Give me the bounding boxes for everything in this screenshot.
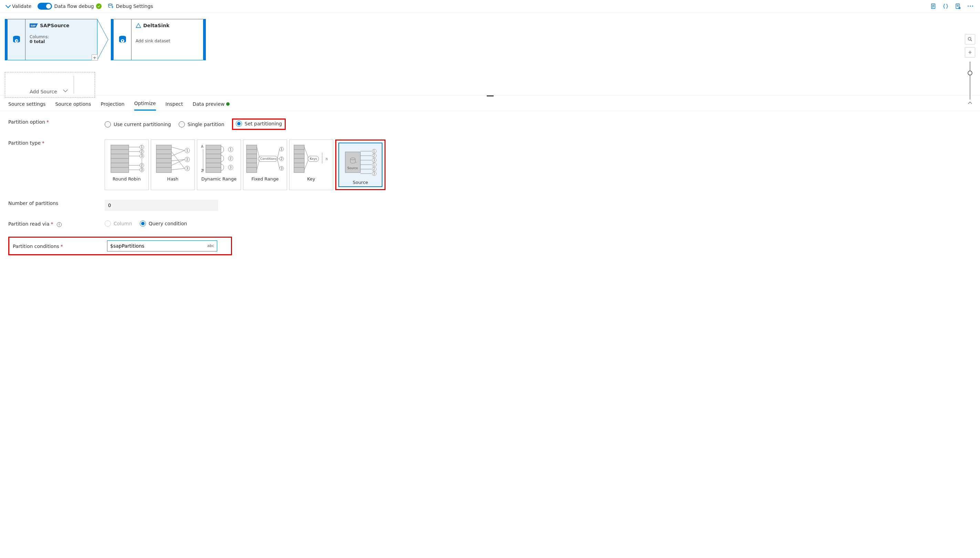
svg-text:3: 3: [373, 159, 375, 162]
svg-text:2: 2: [373, 154, 375, 158]
svg-text:3: 3: [141, 168, 143, 172]
svg-text:1: 1: [186, 149, 188, 152]
collapse-panel-button[interactable]: [967, 100, 973, 106]
svg-text:Keys: Keys: [310, 157, 317, 161]
ptype-dynamic-range[interactable]: AZ 123 Dynamic Range: [197, 140, 241, 190]
ptype-fixed-range[interactable]: Conditions 123 Fixed Range: [243, 140, 287, 190]
svg-point-0: [108, 4, 112, 5]
tab-source-settings[interactable]: Source settings: [8, 101, 46, 110]
script-icon[interactable]: [930, 3, 936, 9]
add-source-placeholder[interactable]: Add Source: [5, 72, 95, 97]
radio-single[interactable]: Single partition: [178, 121, 224, 128]
svg-point-32: [141, 161, 142, 161]
radio-use-current[interactable]: Use current partitioning: [105, 121, 171, 128]
svg-rect-10: [111, 145, 129, 172]
database-source-icon: [11, 34, 22, 45]
zoom-slider[interactable]: [970, 62, 970, 100]
fixed-range-diagram-icon: Conditions 123: [245, 143, 285, 175]
conditions-input[interactable]: [110, 243, 207, 249]
tab-projection[interactable]: Projection: [100, 101, 124, 110]
svg-line-76: [257, 159, 260, 170]
svg-line-44: [172, 159, 185, 165]
search-button[interactable]: [965, 34, 975, 44]
validate-label: Validate: [12, 3, 31, 9]
braces-icon[interactable]: [942, 3, 949, 9]
svg-line-95: [304, 159, 308, 170]
status-ok-icon: [96, 3, 101, 9]
partition-option-label: Partition option: [8, 119, 45, 125]
search-icon: [967, 36, 973, 42]
abc-tag: abc: [207, 243, 214, 248]
add-step-button[interactable]: +: [92, 54, 98, 61]
num-partitions-label: Number of partitions: [8, 200, 58, 206]
svg-line-79: [277, 159, 280, 168]
tab-data-preview[interactable]: Data preview: [192, 101, 229, 110]
svg-point-98: [322, 156, 322, 156]
sink-subtitle: Add sink dataset: [136, 39, 170, 43]
radio-query-condition[interactable]: Query condition: [140, 220, 187, 226]
delta-icon: [136, 23, 141, 28]
debug-settings-icon: [108, 3, 114, 9]
more-menu[interactable]: ···: [967, 3, 974, 9]
svg-point-96: [322, 153, 322, 154]
conditions-label: Partition conditions: [13, 243, 59, 249]
svg-rect-55: [206, 145, 221, 172]
validate-button[interactable]: Validate: [6, 3, 31, 9]
debug-settings-button[interactable]: Debug Settings: [108, 3, 153, 9]
svg-point-33: [141, 162, 142, 162]
svg-point-9: [968, 38, 971, 40]
columns-label: Columns:: [29, 34, 49, 39]
tab-inspect[interactable]: Inspect: [165, 101, 183, 110]
preview-status-dot-icon: [226, 102, 230, 106]
tab-optimize[interactable]: Optimize: [134, 100, 156, 111]
svg-point-97: [322, 154, 322, 155]
svg-line-75: [257, 147, 260, 158]
svg-text:2: 2: [373, 168, 375, 171]
ptype-source[interactable]: Source 123123 Source: [339, 143, 383, 187]
data-flow-debug-toggle[interactable]: Data flow debug: [38, 3, 101, 10]
node-title: DeltaSink: [143, 23, 169, 28]
debug-settings-label: Debug Settings: [116, 3, 153, 9]
info-icon[interactable]: i: [57, 222, 62, 227]
properties-icon[interactable]: [955, 3, 961, 9]
hash-diagram-icon: 123: [154, 143, 191, 175]
svg-text:SAP: SAP: [31, 25, 36, 27]
ptype-hash[interactable]: 123 Hash: [151, 140, 195, 190]
ptype-key[interactable]: Keys n Key: [289, 140, 333, 190]
svg-rect-86: [294, 145, 304, 172]
node-sap-source[interactable]: SAP SAPSource Columns: 0 total +: [5, 19, 111, 60]
svg-text:Source: Source: [347, 166, 358, 170]
svg-text:1: 1: [373, 163, 375, 166]
node-delta-sink[interactable]: DeltaSink Add sink dataset: [111, 19, 206, 60]
debug-label: Data flow debug: [54, 3, 93, 9]
svg-text:2: 2: [141, 164, 143, 167]
num-partitions-input[interactable]: [105, 200, 218, 211]
svg-line-40: [172, 147, 185, 151]
svg-line-45: [172, 168, 185, 170]
svg-rect-34: [156, 145, 172, 172]
svg-point-31: [141, 159, 142, 160]
svg-point-103: [322, 162, 322, 163]
svg-text:1: 1: [373, 150, 375, 153]
tab-source-options[interactable]: Source options: [55, 101, 91, 110]
sap-logo-icon: SAP: [29, 23, 38, 28]
ptype-round-robin[interactable]: 12323 Round Robin: [105, 140, 149, 190]
radio-set-partitioning[interactable]: Set partitioning: [236, 121, 282, 127]
radio-column: Column: [105, 220, 132, 226]
svg-text:3: 3: [230, 166, 232, 169]
conditions-input-wrapper[interactable]: abc: [107, 240, 217, 251]
columns-value: 0 total: [29, 39, 93, 44]
svg-line-42: [172, 151, 185, 156]
node-title: SAPSource: [40, 23, 70, 28]
svg-text:3: 3: [373, 172, 375, 175]
svg-text:3: 3: [141, 154, 143, 158]
svg-line-43: [172, 159, 185, 161]
svg-text:3: 3: [281, 167, 283, 170]
svg-line-94: [304, 147, 308, 158]
zoom-in-button[interactable]: [965, 47, 975, 57]
svg-text:2: 2: [230, 157, 232, 160]
svg-text:2: 2: [281, 157, 283, 161]
chevron-down-icon: [61, 87, 70, 94]
svg-text:3: 3: [186, 167, 188, 170]
read-via-label: Partition read via: [8, 221, 49, 226]
